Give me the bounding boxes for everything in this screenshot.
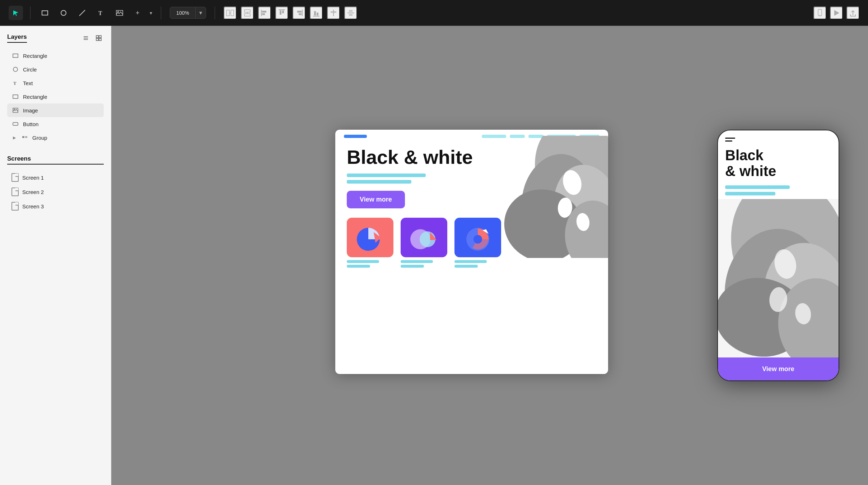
svg-rect-50 bbox=[25, 136, 27, 138]
hamburger-line-2 bbox=[725, 140, 732, 142]
screen-item-3[interactable]: Screen 3 bbox=[7, 199, 104, 213]
card-2-line-1 bbox=[401, 260, 433, 263]
layer-item-button[interactable]: Button bbox=[7, 117, 104, 131]
screens-title: Screens bbox=[7, 155, 104, 165]
screen-file-icon-1 bbox=[11, 173, 19, 182]
sidebar: Layers Rectangle bbox=[0, 26, 111, 485]
add-dropdown-arrow[interactable]: ▾ bbox=[150, 10, 152, 16]
circle-tool[interactable] bbox=[56, 6, 71, 20]
layer-item-circle[interactable]: Circle bbox=[7, 63, 104, 76]
button-layer-icon bbox=[11, 120, 19, 128]
screen-item-1[interactable]: Screen 1 bbox=[7, 170, 104, 185]
layer-label-image: Image bbox=[23, 107, 38, 114]
canvas-card-col-1 bbox=[347, 218, 393, 268]
select-tool[interactable] bbox=[9, 6, 23, 20]
mobile-footer-btn[interactable]: View more bbox=[718, 357, 839, 380]
group-expand-icon: ▶ bbox=[11, 135, 17, 140]
svg-rect-19 bbox=[282, 10, 284, 13]
divider-2 bbox=[161, 6, 161, 19]
layer-item-rectangle-1[interactable]: Rectangle bbox=[7, 49, 104, 63]
layers-list-view[interactable] bbox=[81, 33, 91, 43]
align-top[interactable] bbox=[275, 6, 288, 19]
layer-item-image[interactable]: Image bbox=[7, 103, 104, 117]
svg-marker-63 bbox=[430, 232, 437, 240]
align-distribute-h[interactable] bbox=[224, 6, 237, 19]
align-center-v[interactable] bbox=[327, 6, 340, 19]
screen-item-2[interactable]: Screen 2 bbox=[7, 185, 104, 199]
screen-label-2: Screen 2 bbox=[22, 189, 44, 195]
svg-rect-18 bbox=[280, 10, 281, 15]
screens-section: Screens Screen 1 Screen 2 Screen 3 bbox=[0, 148, 111, 213]
svg-rect-49 bbox=[22, 136, 24, 138]
svg-rect-38 bbox=[96, 36, 98, 38]
rect-icon bbox=[11, 52, 19, 60]
align-distribute-v[interactable] bbox=[344, 6, 357, 19]
screen-label-1: Screen 1 bbox=[22, 175, 44, 181]
layer-item-group[interactable]: ▶ Group bbox=[7, 131, 104, 144]
align-center-h[interactable] bbox=[241, 6, 254, 19]
text-line-1 bbox=[347, 174, 426, 177]
add-tool[interactable]: + bbox=[131, 6, 145, 20]
svg-rect-9 bbox=[231, 10, 234, 16]
share-btn[interactable] bbox=[846, 6, 859, 19]
align-bottom[interactable] bbox=[310, 6, 323, 19]
canvas-view-more-btn[interactable]: View more bbox=[347, 191, 405, 208]
canvas-area: Black & white View more bbox=[111, 26, 868, 485]
mobile-text-line-2 bbox=[725, 192, 775, 195]
mobile-text-line-1 bbox=[725, 185, 790, 189]
svg-rect-12 bbox=[244, 14, 250, 16]
align-left[interactable] bbox=[258, 6, 271, 19]
zoom-dropdown[interactable]: ▾ bbox=[195, 7, 206, 18]
layer-item-text[interactable]: T Text bbox=[7, 76, 104, 90]
svg-rect-29 bbox=[349, 10, 353, 12]
divider-3 bbox=[215, 6, 215, 19]
layer-label-rect-2: Rectangle bbox=[23, 94, 47, 100]
align-right[interactable] bbox=[293, 6, 305, 19]
canvas-hero: Black & white View more bbox=[335, 143, 608, 208]
svg-text:+: + bbox=[136, 9, 140, 17]
svg-rect-25 bbox=[317, 13, 318, 15]
align-tools-group bbox=[224, 6, 357, 19]
canvas-card-1 bbox=[347, 218, 393, 257]
rectangle-tool[interactable] bbox=[38, 6, 52, 20]
svg-point-47 bbox=[14, 109, 15, 110]
layer-label-circle: Circle bbox=[23, 66, 37, 73]
device-preview-btn[interactable] bbox=[813, 6, 826, 19]
layer-label-group: Group bbox=[32, 135, 47, 141]
mobile-preview: Black& white View bbox=[717, 130, 839, 381]
image-tool[interactable] bbox=[112, 6, 127, 20]
svg-marker-33 bbox=[834, 10, 839, 16]
svg-rect-42 bbox=[13, 54, 18, 57]
hamburger-line-1 bbox=[725, 138, 735, 139]
svg-rect-16 bbox=[262, 13, 265, 15]
screen-file-icon-3 bbox=[11, 202, 19, 211]
layers-grid-view[interactable] bbox=[94, 33, 104, 43]
zoom-control[interactable]: 100% ▾ bbox=[170, 7, 206, 19]
svg-point-32 bbox=[820, 15, 820, 15]
image-layer-icon bbox=[11, 106, 19, 114]
layer-label-text: Text bbox=[23, 80, 33, 86]
design-canvas[interactable]: Black & white View more bbox=[335, 130, 608, 374]
mobile-hamburger[interactable] bbox=[725, 138, 735, 142]
layer-label-rect-1: Rectangle bbox=[23, 53, 47, 59]
svg-rect-41 bbox=[99, 38, 101, 41]
svg-rect-45 bbox=[13, 95, 18, 98]
screen-label-3: Screen 3 bbox=[22, 203, 44, 209]
rect-icon-2 bbox=[11, 93, 19, 101]
card-2-line-2 bbox=[401, 265, 424, 268]
svg-rect-24 bbox=[314, 11, 316, 15]
layer-item-rectangle-2[interactable]: Rectangle bbox=[7, 90, 104, 103]
canvas-logo bbox=[344, 135, 367, 138]
card-1-line-2 bbox=[347, 265, 370, 268]
leaf-svg bbox=[479, 136, 608, 258]
svg-point-2 bbox=[61, 10, 66, 15]
svg-point-6 bbox=[117, 11, 119, 13]
text-tool[interactable]: T bbox=[94, 6, 108, 20]
canvas-card-col-2 bbox=[401, 218, 447, 268]
play-btn[interactable] bbox=[830, 6, 843, 19]
line-tool[interactable] bbox=[75, 6, 89, 20]
layers-header: Layers bbox=[7, 33, 104, 43]
svg-marker-0 bbox=[13, 10, 18, 16]
group-layer-icon bbox=[21, 134, 29, 142]
toolbar-right bbox=[813, 6, 859, 19]
